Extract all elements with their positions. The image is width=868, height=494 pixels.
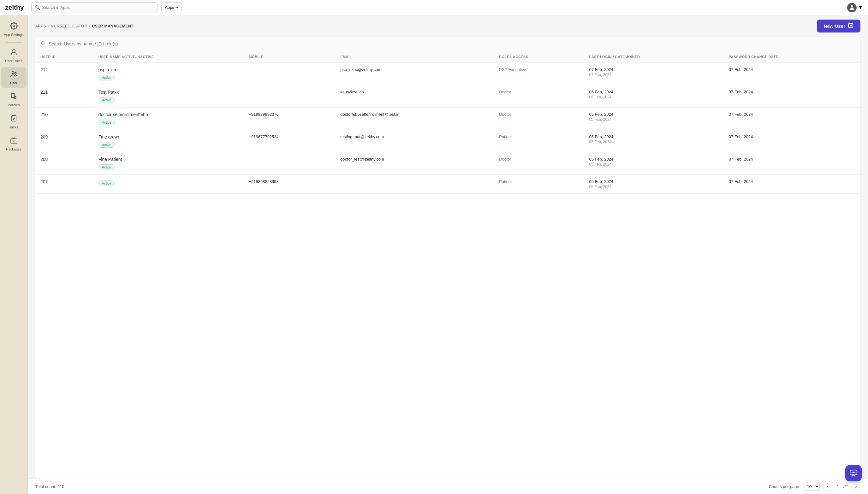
cell-last-login: 06 Feb, 2024 06 Feb, 2024 <box>584 85 723 108</box>
breadcrumb-nurseeducator[interactable]: NURSEEDUCATOR <box>51 24 87 28</box>
cell-password-change: 07 Feb, 2024 <box>724 108 861 130</box>
cell-username: Fine Patient Active <box>93 152 244 175</box>
cell-username: Test Patxx Active <box>93 85 244 108</box>
sidebar-item-policies[interactable]: Policies <box>1 89 26 110</box>
cell-password-change: 07 Feb, 2024 <box>724 63 861 85</box>
sidebar: App Settings User Roles User Policies <box>0 15 28 494</box>
page-nav: ‹ 1 /21 › <box>824 482 861 491</box>
cell-role[interactable]: PSP Executive <box>494 63 584 85</box>
table-header-row: USER ID USER NAME ACTIVE/INACTIVE MOBILE… <box>35 51 861 63</box>
breadcrumb-apps[interactable]: APPS <box>35 24 46 28</box>
table-row[interactable]: 208 Fine Patient Active doctor_test@zelt… <box>35 152 861 175</box>
user-label: User <box>10 81 17 85</box>
table-row[interactable]: 207 Active +919398828998 Patient 05 Feb,… <box>35 175 861 194</box>
policies-icon <box>10 92 18 102</box>
sidebar-item-user-roles[interactable]: User Roles <box>1 45 26 66</box>
policies-label: Policies <box>8 103 20 107</box>
chat-bot-button[interactable] <box>845 465 862 481</box>
cell-user-id: 212 <box>35 63 93 85</box>
cell-email: doctor_test@zelthy.com <box>335 152 494 175</box>
cell-role[interactable]: Doctor <box>494 85 584 108</box>
prev-page-button[interactable]: ‹ <box>824 482 832 491</box>
table-search-bar[interactable] <box>35 37 861 51</box>
breadcrumb: APPS / NURSEEDUCATOR / USER MANAGEMENT <box>35 24 133 28</box>
top-search-bar[interactable]: 🔍 <box>31 2 158 13</box>
current-page: 1 <box>835 483 841 490</box>
packages-icon <box>10 137 18 146</box>
apps-label: Apps <box>165 5 174 10</box>
new-user-plus-icon <box>848 23 853 29</box>
avatar-chevron-icon: ▼ <box>858 5 863 11</box>
bottom-bar: Total count: 210 Counts per page 10 20 5… <box>28 478 868 494</box>
cell-password-change: 07 Feb, 2024 <box>724 152 861 175</box>
cell-username: doctoir selfenrolmentfeb5 Active <box>93 108 244 130</box>
user-icon <box>10 70 18 80</box>
sidebar-item-packages[interactable]: Packages <box>1 133 26 154</box>
cell-role[interactable]: Doctor <box>494 152 584 175</box>
cell-last-login: 05 Feb, 2024 05 Feb, 2024 <box>584 175 723 194</box>
col-last-login: LAST LOGIN / DATE JOINED <box>584 51 723 63</box>
cell-role[interactable]: Doctor <box>494 108 584 130</box>
tasks-label: Tasks <box>9 125 18 129</box>
pagination-right: Counts per page 10 20 50 ‹ 1 /21 › <box>769 482 861 491</box>
cell-user-id: 207 <box>35 175 93 194</box>
per-page-label: Counts per page <box>769 484 799 489</box>
packages-label: Packages <box>6 147 21 151</box>
cell-email: psp_exec@zelthy.com <box>335 63 494 85</box>
next-page-button[interactable]: › <box>852 482 861 491</box>
col-roles: ROLES ACCESS <box>494 51 584 63</box>
cell-password-change: 07 Feb, 2024 <box>724 130 861 152</box>
cell-mobile: +919398828998 <box>244 175 335 194</box>
table-row[interactable]: 212 psp_exec Active psp_exec@zelthy.com … <box>35 63 861 85</box>
per-page-select[interactable]: 10 20 50 <box>803 483 820 491</box>
table-row[interactable]: 211 Test Patxx Active kaus@zel.co Doctor… <box>35 85 861 108</box>
cell-last-login: 05 Feb, 2024 05 Feb, 2024 <box>584 108 723 130</box>
svg-point-3 <box>15 73 16 74</box>
table-row[interactable]: 209 Fine qrqwr Active +919677792524 test… <box>35 130 861 152</box>
cell-username: psp_exec Active <box>93 63 244 85</box>
breadcrumb-sep1: / <box>48 24 49 28</box>
cell-password-change: 07 Feb, 2024 <box>724 85 861 108</box>
top-search-input[interactable] <box>42 5 154 10</box>
sidebar-divider <box>5 42 22 43</box>
total-count: Total count: 210 <box>35 484 64 489</box>
col-username: USER NAME ACTIVE/INACTIVE <box>93 51 244 63</box>
sidebar-item-user[interactable]: User <box>1 67 26 88</box>
total-count-label: Total count: <box>35 484 56 489</box>
cell-user-id: 209 <box>35 130 93 152</box>
cell-username: Active <box>93 175 244 194</box>
cell-role[interactable]: Patient <box>494 130 584 152</box>
cell-email: kaus@zel.co <box>335 85 494 108</box>
breadcrumb-current: USER MANAGEMENT <box>92 24 133 28</box>
svg-point-0 <box>13 25 15 27</box>
user-avatar-button[interactable]: ▼ <box>847 3 863 12</box>
new-user-label: New User <box>824 23 845 29</box>
table-search-icon <box>40 41 45 47</box>
cell-email <box>335 175 494 194</box>
table-search-input[interactable] <box>49 41 855 46</box>
users-table: USER ID USER NAME ACTIVE/INACTIVE MOBILE… <box>35 51 861 194</box>
apps-dropdown[interactable]: Apps ▾ <box>161 2 182 13</box>
sidebar-item-app-settings[interactable]: App Settings <box>1 19 26 40</box>
sidebar-item-tasks[interactable]: Tasks <box>1 111 26 132</box>
users-table-container: USER ID USER NAME ACTIVE/INACTIVE MOBILE… <box>35 37 861 478</box>
col-mobile: MOBILE <box>244 51 335 63</box>
cell-user-id: 211 <box>35 85 93 108</box>
breadcrumb-sep2: / <box>89 24 90 28</box>
dropdown-arrow-icon: ▾ <box>176 5 178 10</box>
cell-last-login: 07 Feb, 2024 07 Feb, 2024 <box>584 63 723 85</box>
tasks-icon <box>10 115 18 124</box>
table-row[interactable]: 210 doctoir selfenrolmentfeb5 Active +91… <box>35 108 861 130</box>
svg-point-16 <box>41 42 44 44</box>
cell-mobile: +919889892370 <box>244 108 335 130</box>
search-icon: 🔍 <box>35 5 40 10</box>
cell-user-id: 210 <box>35 108 93 130</box>
cell-role[interactable]: Patient <box>494 175 584 194</box>
col-user-id: USER ID <box>35 51 93 63</box>
avatar <box>847 3 857 12</box>
app-settings-icon <box>10 22 18 32</box>
cell-mobile: +919677792524 <box>244 130 335 152</box>
new-user-button[interactable]: New User <box>817 20 861 33</box>
cell-mobile <box>244 152 335 175</box>
cell-username: Fine qrqwr Active <box>93 130 244 152</box>
